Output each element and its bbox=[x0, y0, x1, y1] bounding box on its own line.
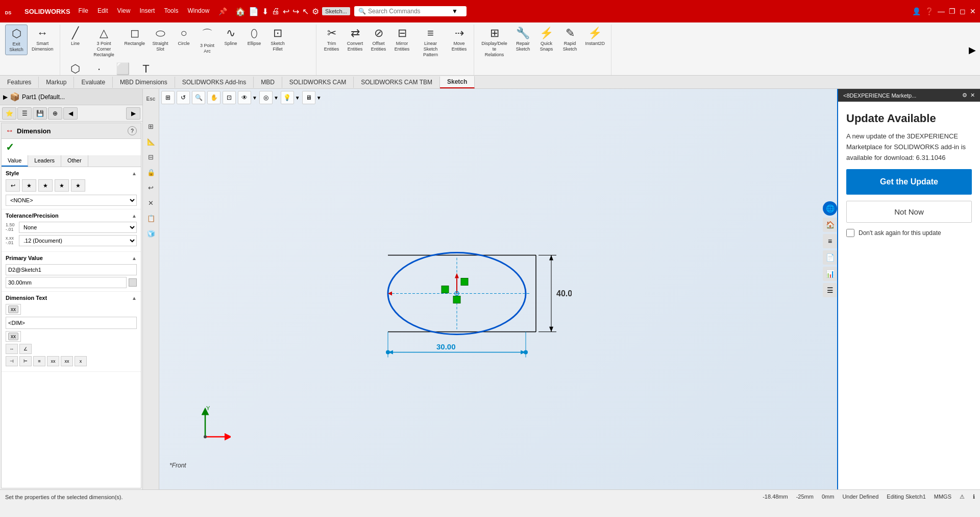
dim-help-btn[interactable]: ? bbox=[128, 126, 137, 135]
options-icon[interactable]: ⚙ bbox=[312, 7, 319, 16]
exit-sketch-btn[interactable]: ⬡ ExitSketch bbox=[5, 25, 28, 55]
smart-dimension-btn[interactable]: ↔ SmartDimension bbox=[29, 25, 57, 54]
style-dropdown[interactable]: <NONE> bbox=[6, 195, 137, 206]
print-icon[interactable]: 🖨 bbox=[272, 7, 280, 16]
sidebar-icon-7[interactable]: 📋 bbox=[144, 212, 158, 225]
value-color-swatch[interactable] bbox=[129, 278, 137, 287]
prop-icon-right-arrow[interactable]: ▶ bbox=[126, 107, 140, 120]
instant2d-btn[interactable]: ⚡Instant2D bbox=[582, 25, 608, 49]
sidebar-icon-esc[interactable]: Esc bbox=[144, 92, 158, 105]
sidebar-icon-5[interactable]: ↩ bbox=[144, 181, 158, 194]
dim-confirm-btn[interactable]: ✓ bbox=[6, 142, 14, 153]
undo-icon[interactable]: ↩ bbox=[283, 7, 289, 16]
expand-tree-icon[interactable]: ▶ bbox=[3, 93, 8, 101]
dont-ask-checkbox[interactable] bbox=[846, 229, 854, 237]
dim-text-collapse-icon[interactable]: ▲ bbox=[132, 295, 137, 301]
polygon-btn[interactable]: ⬡Polygon bbox=[64, 60, 87, 75]
dim-tab-value[interactable]: Value bbox=[2, 155, 28, 167]
right-icon-list[interactable]: ≡ bbox=[823, 234, 837, 248]
style-icon-star1[interactable]: ★ bbox=[22, 179, 36, 192]
open-icon[interactable]: 📄 bbox=[249, 7, 259, 16]
prop-icon-list[interactable]: ☰ bbox=[17, 107, 32, 120]
close-icon[interactable]: ✕ bbox=[970, 7, 976, 15]
view-display-dropdown[interactable]: ▼ bbox=[252, 95, 257, 101]
sketch-fillet-btn[interactable]: ⊡SketchFillet bbox=[266, 25, 289, 54]
sidebar-icon-6[interactable]: ✕ bbox=[144, 196, 158, 209]
tab-evaluate[interactable]: Evaluate bbox=[74, 77, 113, 88]
select-icon[interactable]: ↖ bbox=[302, 7, 309, 16]
right-icon-home[interactable]: 🏠 bbox=[823, 218, 837, 232]
sketch-mode[interactable]: Sketch... bbox=[322, 7, 350, 15]
move-entities-btn[interactable]: ⇢MoveEntities bbox=[448, 25, 471, 54]
convert-entities-btn[interactable]: ⇄ConvertEntities bbox=[344, 25, 366, 54]
view-material-btn[interactable]: ◎ bbox=[259, 91, 273, 104]
update-panel-close-icon[interactable]: ✕ bbox=[970, 92, 975, 99]
view-section-btn[interactable]: ⊡ bbox=[223, 91, 236, 104]
search-dropdown-icon[interactable]: ▼ bbox=[452, 8, 458, 15]
canvas-area[interactable]: Y X bbox=[159, 89, 837, 489]
dim-tab-other[interactable]: Other bbox=[61, 155, 88, 167]
sidebar-icon-4[interactable]: 🔒 bbox=[144, 166, 158, 179]
pin-icon[interactable]: 📌 bbox=[214, 5, 231, 17]
offset-entities-btn[interactable]: ⊘OffsetEntities bbox=[368, 25, 390, 54]
menu-insert[interactable]: Insert bbox=[135, 5, 159, 17]
mirror-entities-btn[interactable]: ⊟MirrorEntities bbox=[391, 25, 413, 54]
tab-sketch[interactable]: Sketch bbox=[440, 76, 475, 88]
menu-window[interactable]: Window bbox=[183, 5, 213, 17]
view-rotate-btn[interactable]: ↺ bbox=[177, 91, 190, 104]
not-now-button[interactable]: Not Now bbox=[846, 201, 972, 223]
style-icon-star3[interactable]: ★ bbox=[55, 179, 69, 192]
tolerance-section-header[interactable]: Tolerance/Precision ▲ bbox=[6, 213, 137, 219]
ellipse-btn[interactable]: ⬯Ellipse bbox=[243, 25, 265, 49]
menu-file[interactable]: File bbox=[75, 5, 92, 17]
line-btn[interactable]: ╱Line bbox=[64, 25, 87, 49]
minimize-icon[interactable]: — bbox=[938, 7, 945, 15]
linear-sketch-btn[interactable]: ≡Linear SketchPattern bbox=[414, 25, 447, 59]
quick-snaps-btn[interactable]: ⚡QuickSnaps bbox=[535, 25, 558, 54]
3pt-rectangle-btn[interactable]: △3 Point CornerRectangle bbox=[88, 25, 120, 59]
expand-icon[interactable]: ▶ bbox=[969, 44, 976, 56]
spline-btn[interactable]: ∿Spline bbox=[219, 25, 242, 49]
ribbon-expand[interactable]: ▶ bbox=[967, 25, 978, 75]
tab-features[interactable]: Features bbox=[0, 77, 39, 88]
search-box[interactable]: 🔍 ▼ bbox=[354, 6, 467, 16]
maximize-icon[interactable]: ◻ bbox=[960, 7, 966, 15]
tab-solidworks-cam-tbm[interactable]: SOLIDWORKS CAM TBM bbox=[354, 77, 440, 88]
plane-btn[interactable]: ⬜Plane bbox=[111, 60, 134, 75]
dim-text-header[interactable]: Dimension Text ▲ bbox=[6, 295, 137, 301]
dim-xx-icon1[interactable]: xx bbox=[47, 356, 59, 366]
dim-tab-leaders[interactable]: Leaders bbox=[28, 155, 61, 167]
tolerance-select[interactable]: None bbox=[19, 222, 137, 233]
view-monitor-dropdown[interactable]: ▼ bbox=[316, 95, 322, 101]
prop-icon-arrow[interactable]: ◀ bbox=[63, 107, 78, 120]
align-left-icon[interactable]: ⊣ bbox=[6, 356, 18, 366]
tab-markup[interactable]: Markup bbox=[39, 77, 74, 88]
right-icon-globe[interactable]: 🌐 bbox=[823, 201, 837, 216]
status-info-icon[interactable]: ℹ bbox=[973, 494, 975, 500]
restore-icon[interactable]: ❐ bbox=[949, 7, 955, 15]
tab-mbd-dimensions[interactable]: MBD Dimensions bbox=[113, 77, 175, 88]
dim-x-icon[interactable]: x bbox=[75, 356, 87, 366]
primary-value-header[interactable]: Primary Value ▲ bbox=[6, 255, 137, 261]
menu-view[interactable]: View bbox=[113, 5, 135, 17]
view-light-btn[interactable]: 💡 bbox=[281, 91, 294, 104]
repair-sketch-btn[interactable]: 🔧RepairSketch bbox=[512, 25, 534, 54]
new-icon[interactable]: 🏠 bbox=[235, 7, 246, 16]
menu-tools[interactable]: Tools bbox=[160, 5, 182, 17]
precision-select[interactable]: .12 (Document) bbox=[19, 235, 137, 246]
search-input[interactable] bbox=[368, 8, 450, 15]
prop-icon-star[interactable]: ⭐ bbox=[2, 107, 16, 120]
style-section-header[interactable]: Style ▲ bbox=[6, 170, 137, 176]
circle-btn[interactable]: ○Circle bbox=[173, 25, 195, 49]
primary-value-collapse-icon[interactable]: ▲ bbox=[132, 255, 137, 261]
prop-icon-save[interactable]: 💾 bbox=[33, 107, 47, 120]
sidebar-icon-1[interactable]: ⊞ bbox=[144, 120, 158, 133]
prop-icon-target[interactable]: ⊕ bbox=[48, 107, 62, 120]
right-icon-page[interactable]: 📄 bbox=[823, 250, 837, 265]
align-center-icon[interactable]: ⊢ bbox=[19, 356, 32, 366]
point-btn[interactable]: ·Point bbox=[88, 60, 110, 75]
sidebar-icon-3[interactable]: ⊟ bbox=[144, 150, 158, 163]
format-icon-angle[interactable]: ∠ bbox=[19, 344, 32, 354]
display-delete-relations-btn[interactable]: ⊞Display/DeleteRelations bbox=[478, 25, 511, 59]
right-icon-chart[interactable]: 📊 bbox=[823, 267, 837, 281]
